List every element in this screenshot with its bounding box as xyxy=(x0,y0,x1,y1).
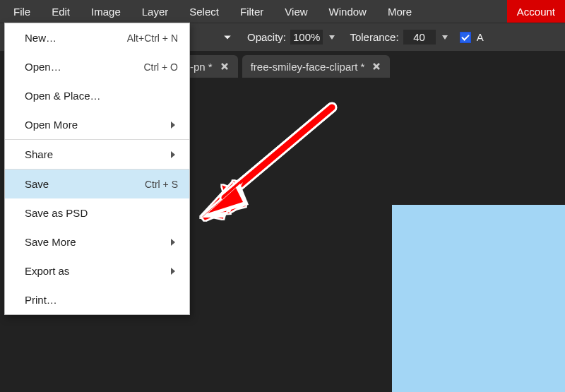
menu-view[interactable]: View xyxy=(274,0,318,23)
menu-file[interactable]: File xyxy=(3,0,41,23)
menu-item-shortcut: Ctrl + O xyxy=(143,61,178,73)
menu-item-label: Print… xyxy=(25,294,57,306)
menu-filter[interactable]: Filter xyxy=(230,0,274,23)
file-menu-save-more[interactable]: Save More xyxy=(5,227,189,256)
document-tab[interactable]: free-smiley-face-clipart * xyxy=(242,55,391,78)
tolerance-value[interactable]: 40 xyxy=(403,30,436,44)
menu-item-shortcut: Alt+Ctrl + N xyxy=(127,32,178,44)
menu-item-label: Open & Place… xyxy=(25,90,101,102)
file-menu-open-and-place[interactable]: Open & Place… xyxy=(5,81,189,110)
tool-dropdown[interactable] xyxy=(208,28,236,47)
file-menu-dropdown: New… Alt+Ctrl + N Open… Ctrl + O Open & … xyxy=(4,23,190,315)
file-menu-save-as-psd[interactable]: Save as PSD xyxy=(5,198,189,227)
chevron-right-icon xyxy=(170,150,176,159)
menu-item-shortcut: Ctrl + S xyxy=(145,179,178,190)
menu-layer[interactable]: Layer xyxy=(131,0,179,23)
file-menu-open-more[interactable]: Open More xyxy=(5,110,189,139)
menu-window[interactable]: Window xyxy=(319,0,377,23)
opacity-dropdown[interactable] xyxy=(326,31,338,44)
chevron-right-icon xyxy=(170,267,176,275)
chevron-down-icon xyxy=(223,33,232,42)
tab-close-button[interactable] xyxy=(371,61,381,71)
chevron-right-icon xyxy=(170,121,176,129)
close-icon xyxy=(371,61,381,71)
file-menu-export-as[interactable]: Export as xyxy=(5,256,189,285)
menu-item-label: Open More xyxy=(25,119,78,131)
menu-item-label: Save More xyxy=(25,236,76,248)
tolerance-label: Tolerance: xyxy=(341,31,400,43)
tolerance-dropdown[interactable] xyxy=(439,31,451,44)
triangle-down-icon xyxy=(328,34,335,41)
file-menu-save[interactable]: Save Ctrl + S xyxy=(5,170,189,198)
opacity-label: Opacity: xyxy=(239,31,287,43)
tab-close-button[interactable] xyxy=(220,61,230,71)
file-menu-open[interactable]: Open… Ctrl + O xyxy=(5,52,189,81)
toolbar-checkbox[interactable] xyxy=(460,32,471,43)
tab-label: -pn * xyxy=(190,61,213,73)
menu-item-label: Open… xyxy=(25,61,61,73)
canvas-document[interactable] xyxy=(392,205,565,392)
close-icon xyxy=(220,61,230,71)
menu-account[interactable]: Account xyxy=(507,0,565,23)
menu-item-label: Share xyxy=(25,148,53,160)
file-menu-share[interactable]: Share xyxy=(5,140,189,169)
chevron-right-icon xyxy=(170,238,176,247)
tab-label: free-smiley-face-clipart * xyxy=(251,61,365,73)
menu-item-label: Save xyxy=(25,178,49,190)
submenu-arrow xyxy=(168,150,178,160)
menu-item-label: Export as xyxy=(25,265,69,277)
triangle-down-icon xyxy=(441,34,448,41)
menu-edit[interactable]: Edit xyxy=(41,0,81,23)
menu-select[interactable]: Select xyxy=(179,0,230,23)
toolbar-trailing-label: A xyxy=(477,31,484,43)
submenu-arrow xyxy=(168,237,178,247)
submenu-arrow xyxy=(168,120,178,130)
submenu-arrow xyxy=(168,266,178,276)
file-menu-new[interactable]: New… Alt+Ctrl + N xyxy=(5,23,189,52)
file-menu-print[interactable]: Print… xyxy=(5,285,189,314)
menu-image[interactable]: Image xyxy=(81,0,131,23)
menu-item-label: Save as PSD xyxy=(25,207,88,219)
menubar-spacer xyxy=(422,0,507,23)
menu-item-label: New… xyxy=(25,32,56,44)
opacity-value[interactable]: 100% xyxy=(290,30,323,44)
menu-more[interactable]: More xyxy=(377,0,422,23)
menubar: File Edit Image Layer Select Filter View… xyxy=(0,0,565,23)
